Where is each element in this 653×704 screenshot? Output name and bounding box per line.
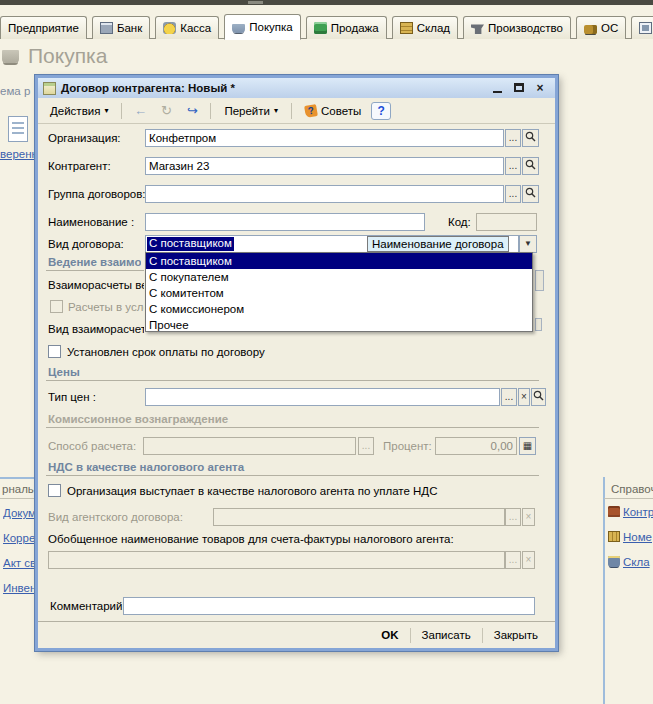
tab-bank[interactable]: Банк (92, 16, 150, 39)
contract-group-field[interactable] (145, 185, 504, 203)
price-type-magnifier-button[interactable] (531, 388, 546, 406)
calc-method-label: Способ расчета: (48, 440, 136, 452)
percent-field (435, 437, 517, 455)
tips-icon: ? (304, 104, 318, 118)
monitor-icon (639, 22, 652, 34)
tab-enterprise[interactable]: Предприятие (0, 16, 87, 39)
contract-kind-dropdown-button[interactable]: ▼ (519, 235, 537, 253)
magnifier-icon (525, 187, 536, 198)
close-button[interactable]: × (534, 82, 546, 94)
close-dialog-button[interactable]: Закрыть (483, 629, 549, 641)
tab-purchase[interactable]: Покупка (224, 14, 300, 40)
journals-panel-top-border (0, 477, 40, 479)
commission-section: Комиссионное вознаграждение (48, 413, 228, 425)
tips-button[interactable]: ? Советы (299, 102, 367, 120)
mutual-settlements-section: Ведение взаимо (48, 256, 141, 268)
tab-label: Продажа (331, 22, 379, 34)
mutual-settlements-label: Взаиморасчеты ве (48, 279, 144, 291)
journal-link-documents[interactable]: Докум (3, 507, 37, 519)
dialog-button-bar: OK Записать Закрыть (38, 621, 555, 648)
references-panel-header: Справоч (611, 483, 653, 495)
reference-link-warehouses[interactable]: Скла (623, 556, 653, 568)
mutual-section-rule (46, 270, 144, 271)
purchase-heading-icon (2, 50, 19, 63)
tab-label: Предприятие (8, 22, 79, 34)
contract-group-magnifier-button[interactable] (522, 185, 539, 203)
purchase-cart-icon (232, 24, 245, 33)
tab-sales[interactable]: Продажа (306, 16, 387, 39)
reference-link-counterparties[interactable]: Контр (623, 506, 653, 518)
dropdown-option-consignor[interactable]: С комитентом (146, 285, 532, 301)
help-button[interactable]: ? (371, 102, 391, 120)
tab-warehouse[interactable]: Склад (392, 16, 458, 39)
conventional-units-checkbox (50, 300, 63, 313)
payment-term-checkbox[interactable] (48, 345, 61, 358)
organization-field[interactable] (145, 129, 504, 147)
price-type-ellipsis-button[interactable]: ... (501, 388, 517, 406)
agent-contract-ellipsis-button: ... (505, 508, 521, 526)
percent-calc-button[interactable]: ▦ (519, 437, 536, 455)
write-button[interactable]: Записать (411, 629, 482, 641)
contract-kind-tooltip: Наименование договора (367, 236, 509, 252)
code-label: Код: (448, 216, 471, 228)
dropdown-option-commissioner[interactable]: С комиссионером (146, 301, 532, 317)
organization-ellipsis-button[interactable]: ... (505, 129, 521, 147)
journal-link-act[interactable]: Акт св (3, 557, 37, 569)
contract-group-ellipsis-button[interactable]: ... (505, 185, 521, 203)
reference-link-nomenclature[interactable]: Номе (623, 531, 653, 543)
chevron-down-icon: ▾ (274, 106, 278, 115)
price-type-clear-button[interactable]: × (518, 388, 530, 406)
tab-cash[interactable]: Касса (155, 16, 219, 39)
calc-method-ellipsis-button: ... (358, 437, 374, 455)
counterparty-magnifier-button[interactable] (522, 157, 539, 175)
toolbar-separator (210, 103, 211, 119)
ok-button[interactable]: OK (370, 629, 409, 641)
organization-label: Организация: (48, 132, 121, 144)
vat-agent-checkbox[interactable] (48, 484, 61, 497)
page-title: Покупка (28, 44, 107, 68)
dropdown-option-other[interactable]: Прочее (146, 317, 532, 333)
journal-link-inventory[interactable]: Инвен (3, 582, 37, 594)
counterparty-ellipsis-button[interactable]: ... (505, 157, 521, 175)
prices-section: Цены (48, 366, 80, 378)
actions-label: Действия (50, 105, 100, 117)
reread-icon[interactable]: ↪ (181, 101, 203, 121)
top-toolbar-edge (0, 0, 653, 5)
truck-icon (584, 25, 597, 34)
tab-label: Покупка (249, 21, 292, 33)
actions-button[interactable]: Действия ▾ (44, 102, 114, 120)
agent-contract-clear-button: × (522, 508, 535, 526)
tab-production[interactable]: Производство (463, 16, 571, 39)
background-link-doverennost[interactable]: веренн (0, 148, 34, 160)
comment-field[interactable] (123, 597, 535, 615)
dropdown-option-supplier[interactable]: С поставщиком (146, 253, 532, 269)
page-heading: Покупка (2, 44, 107, 68)
journals-panel-rule (0, 498, 38, 499)
generalized-name-clear-button: × (522, 551, 535, 569)
chevron-down-icon: ▾ (104, 106, 108, 115)
name-field[interactable] (145, 213, 425, 231)
minimize-button[interactable] (492, 82, 504, 94)
dialog-toolbar: Действия ▾ ← ↻ ↪ Перейти ▾ ? Советы ? (38, 98, 555, 124)
maximize-button[interactable] (513, 82, 525, 94)
price-type-field[interactable] (145, 388, 500, 406)
bank-icon (100, 22, 113, 34)
journal-link-correspondence[interactable]: Корре (3, 532, 37, 544)
hidden-field-fragment (535, 318, 542, 331)
dialog-titlebar[interactable]: Договор контрагента: Новый * × (38, 78, 555, 98)
tab-label: Банк (117, 22, 142, 34)
references-panel-rule (604, 498, 653, 499)
tab-label: Производство (488, 22, 563, 34)
dropdown-option-buyer[interactable]: С покупателем (146, 269, 532, 285)
tab-bar: Предприятие Банк Касса Покупка Продажа С… (0, 14, 653, 39)
document-shortcut-icon[interactable] (8, 116, 28, 142)
warehouse-icon (400, 22, 413, 34)
counterparty-field[interactable] (145, 157, 504, 175)
hidden-field-fragment (535, 270, 544, 291)
tab-fixed-assets[interactable]: ОС (576, 16, 626, 39)
name-label: Наименование : (48, 216, 134, 228)
go-button[interactable]: Перейти ▾ (218, 102, 284, 120)
tab-intangible-assets[interactable]: НМА (631, 16, 653, 39)
dialog-title: Договор контрагента: Новый * (61, 82, 487, 94)
organization-magnifier-button[interactable] (522, 129, 539, 147)
